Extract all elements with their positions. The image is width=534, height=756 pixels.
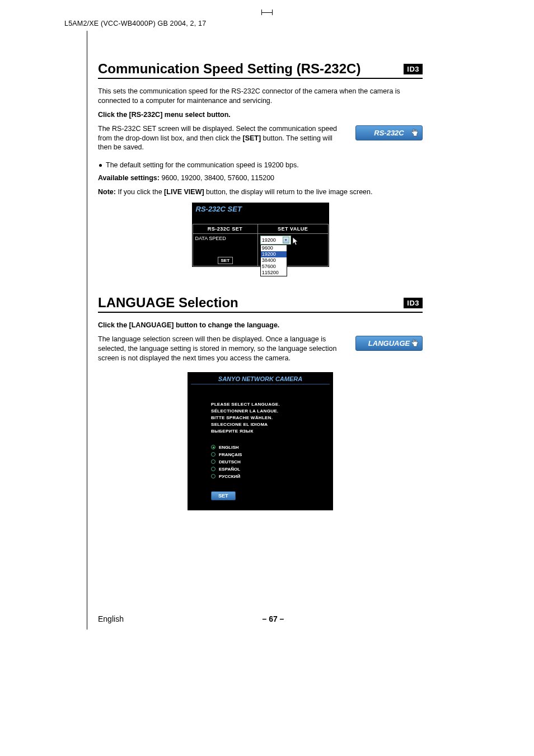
rs232c-menu-button[interactable]: RS-232C (355, 125, 423, 140)
section2-step-heading: Click the [LANGUAGE] button to change th… (98, 321, 423, 330)
data-speed-select[interactable]: 19200 ▾ 9600 19200 38400 57600 115200 (260, 236, 291, 245)
rs-screen-title: RS-232C SET (193, 203, 329, 215)
page-number: – 67 – (262, 614, 284, 623)
hand-cursor-icon (410, 128, 420, 138)
radio-icon (211, 452, 216, 457)
lang-set-button[interactable]: SET (211, 491, 236, 500)
rs-col1-header: RS-232C SET (193, 224, 257, 234)
page-footer: English – 67 – (98, 614, 423, 623)
option-115200[interactable]: 115200 (261, 270, 287, 276)
lang-label: ESPAÑOL (219, 467, 240, 472)
hand-cursor-icon (410, 338, 420, 348)
option-38400[interactable]: 38400 (261, 257, 287, 264)
data-speed-dropdown[interactable]: 9600 19200 38400 57600 115200 (260, 245, 287, 276)
note-line: Note: If you click the [LIVE VIEW] butto… (98, 187, 423, 197)
section1-step-body: The RS-232C SET screen will be displayed… (98, 124, 344, 153)
option-57600[interactable]: 57600 (261, 264, 287, 270)
lang-option-francais[interactable]: FRANÇAIS (211, 452, 333, 457)
footer-language: English (98, 614, 124, 623)
lang-option-russian[interactable]: РУССКИЙ (211, 474, 333, 479)
dropdown-arrow-icon: ▾ (283, 237, 289, 243)
note-suffix: button, the display will return to the l… (204, 188, 373, 196)
lang-label: ENGLISH (219, 445, 239, 450)
prompt-fr: SÉLECTIONNER LA LANGUE. (211, 408, 333, 415)
section2-heading-row: LANGUAGE Selection ID3 (98, 295, 423, 313)
avail-label: Available settings: (98, 174, 160, 182)
language-prompts: PLEASE SELECT LANGUAGE. SÉLECTIONNER LA … (211, 401, 333, 435)
section2-heading: LANGUAGE Selection (98, 295, 238, 311)
radio-icon (211, 459, 216, 464)
rs-row-label: DATA SPEED (195, 236, 255, 241)
lang-screen-title: SANYO NETWORK CAMERA (191, 372, 330, 384)
option-9600[interactable]: 9600 (261, 245, 287, 251)
lang-label: РУССКИЙ (219, 474, 240, 479)
section1-heading-row: Communication Speed Setting (RS-232C) ID… (98, 61, 423, 79)
id3-badge: ID3 (404, 64, 423, 74)
page: L5AM2/XE (VCC-WB4000P) GB 2004, 2, 17 Co… (64, 20, 501, 510)
mouse-cursor-icon (292, 237, 300, 248)
lang-label: DEUTSCH (219, 459, 241, 464)
language-select-screenshot: SANYO NETWORK CAMERA PLEASE SELECT LANGU… (188, 372, 333, 510)
crop-mark (261, 12, 273, 13)
prompt-ru: ВЫБЕРИТЕ ЯЗЫК (211, 428, 333, 435)
option-19200[interactable]: 19200 (261, 251, 287, 257)
rs232c-set-screenshot: RS-232C SET RS-232C SET SET VALUE DATA S… (192, 203, 329, 267)
rs-set-button[interactable]: SET (218, 257, 233, 264)
section1-step-heading: Click the [RS-232C] menu select button. (98, 110, 423, 120)
section2-step-row: The language selection screen will then … (98, 335, 423, 368)
rs-col2-header: SET VALUE (257, 224, 328, 234)
available-settings: Available settings: 9600, 19200, 38400, … (98, 173, 423, 183)
lang-option-deutsch[interactable]: DEUTSCH (211, 459, 333, 464)
radio-icon (211, 467, 216, 471)
note-prefix: If you click the (116, 188, 164, 196)
prompt-de: BITTE SPRACHE WÄHLEN. (211, 415, 333, 421)
section1-heading: Communication Speed Setting (RS-232C) (98, 61, 360, 77)
radio-icon (211, 445, 216, 449)
language-button-label: LANGUAGE (368, 339, 410, 348)
step-set-bold: [SET] (242, 134, 261, 142)
section1-intro: This sets the communication speed for th… (98, 87, 423, 106)
rs232c-button-label: RS-232C (374, 129, 404, 137)
document-header: L5AM2/XE (VCC-WB4000P) GB 2004, 2, 17 (64, 20, 501, 27)
note-label: Note: (98, 188, 116, 196)
prompt-es: SELECCIONE EL IDIOMA (211, 421, 333, 428)
content-area: Communication Speed Setting (RS-232C) ID… (98, 61, 423, 510)
lang-option-espanol[interactable]: ESPAÑOL (211, 467, 333, 472)
left-margin-rule (87, 31, 87, 630)
language-options: ENGLISH FRANÇAIS DEUTSCH ESPAÑOL РУССКИЙ (211, 445, 333, 479)
note-liveview: [LIVE VIEW] (164, 188, 204, 196)
radio-icon (211, 474, 216, 478)
section1-step-row: The RS-232C SET screen will be displayed… (98, 124, 423, 157)
data-speed-value: 19200 (262, 237, 276, 243)
id3-badge-2: ID3 (404, 298, 423, 308)
lang-label: FRANÇAIS (219, 452, 242, 457)
default-setting-bullet: The default setting for the communicatio… (106, 161, 423, 169)
rs-set-table: RS-232C SET SET VALUE DATA SPEED SET 192… (193, 224, 329, 266)
language-menu-button[interactable]: LANGUAGE (355, 336, 423, 351)
prompt-en: PLEASE SELECT LANGUAGE. (211, 401, 333, 408)
section2-body: The language selection screen will then … (98, 335, 344, 363)
avail-values: 9600, 19200, 38400, 57600, 115200 (160, 174, 274, 182)
lang-option-english[interactable]: ENGLISH (211, 445, 333, 450)
